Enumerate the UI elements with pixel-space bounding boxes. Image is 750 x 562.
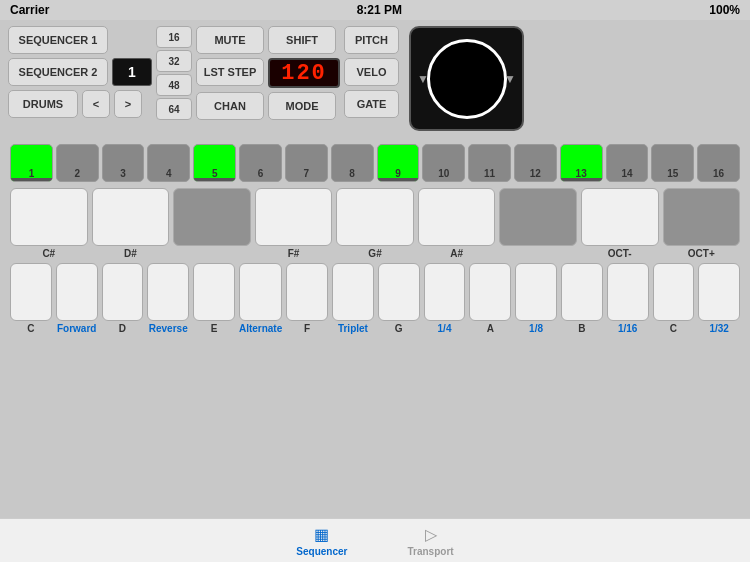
pad-section: C#D#F#G#A#OCT-OCT+ CForwardDReverseEAlte… [8, 188, 742, 334]
bottom-pad-cell-4: E [193, 263, 235, 334]
knob-container[interactable]: ▼ ▼ [409, 26, 524, 131]
sequencer1-button[interactable]: SEQUENCER 1 [8, 26, 108, 54]
bottom-pad-10[interactable] [469, 263, 511, 321]
bottom-pad-label-4: E [211, 323, 218, 334]
right-buttons: PITCH VELO GATE [344, 26, 399, 118]
step-button-16[interactable]: 16 [697, 144, 740, 182]
gate-button[interactable]: GATE [344, 90, 399, 118]
top-pad-label-4: G# [368, 248, 381, 259]
bottom-pad-7[interactable] [332, 263, 374, 321]
num-48-button[interactable]: 48 [156, 74, 192, 96]
knob[interactable] [427, 39, 507, 119]
shift-button[interactable]: SHIFT [268, 26, 336, 54]
bottom-pad-2[interactable] [102, 263, 144, 321]
top-pad-5[interactable] [418, 188, 496, 246]
tab-sequencer[interactable]: ▦ Sequencer [296, 525, 347, 557]
num-32-button[interactable]: 32 [156, 50, 192, 72]
top-pad-0[interactable] [10, 188, 88, 246]
step-button-6[interactable]: 6 [239, 144, 282, 182]
bottom-pad-1[interactable] [56, 263, 98, 321]
velo-button[interactable]: VELO [344, 58, 399, 86]
arrow-right-button[interactable]: > [114, 90, 142, 118]
lst-step-button[interactable]: LST STEP [196, 58, 264, 86]
num-16-button[interactable]: 16 [156, 26, 192, 48]
step-button-15[interactable]: 15 [651, 144, 694, 182]
sequencer-tab-icon: ▦ [314, 525, 329, 544]
top-pad-4[interactable] [336, 188, 414, 246]
bottom-pad-4[interactable] [193, 263, 235, 321]
drums-button[interactable]: DRUMS [8, 90, 78, 118]
bottom-pad-15[interactable] [698, 263, 740, 321]
bottom-pad-0[interactable] [10, 263, 52, 321]
battery-label: 100% [709, 3, 740, 17]
bottom-pad-3[interactable] [147, 263, 189, 321]
top-pad-cell-0: C# [10, 188, 88, 259]
center-controls: MUTE SHIFT LST STEP 120 CHAN MODE [196, 26, 340, 120]
top-pad-cell-4: G# [336, 188, 414, 259]
step-row: 12345678910111213141516 [8, 144, 742, 182]
bottom-pad-9[interactable] [424, 263, 466, 321]
bottom-pad-5[interactable] [239, 263, 282, 321]
step-button-14[interactable]: 14 [606, 144, 649, 182]
chan-button[interactable]: CHAN [196, 92, 264, 120]
step-button-13[interactable]: 13 [560, 144, 603, 182]
step-button-3[interactable]: 3 [102, 144, 145, 182]
top-pad-7[interactable] [581, 188, 659, 246]
bottom-pad-14[interactable] [653, 263, 695, 321]
num-64-button[interactable]: 64 [156, 98, 192, 120]
bottom-pad-cell-9: 1/4 [424, 263, 466, 334]
top-pad-1[interactable] [92, 188, 170, 246]
step-button-8[interactable]: 8 [331, 144, 374, 182]
bottom-pad-cell-6: F [286, 263, 328, 334]
left-controls: SEQUENCER 1 SEQUENCER 2 1 DRUMS < > [8, 26, 152, 118]
step-underline [561, 178, 602, 181]
pitch-button[interactable]: PITCH [344, 26, 399, 54]
step-underline [194, 178, 235, 181]
main-content: SEQUENCER 1 SEQUENCER 2 1 DRUMS < > 16 3… [0, 20, 750, 334]
mute-shift-row: MUTE SHIFT [196, 26, 340, 54]
knob-arrow-left-icon: ▼ [417, 72, 429, 86]
transport-tab-label: Transport [408, 546, 454, 557]
bottom-pad-cell-2: D [102, 263, 144, 334]
step-button-2[interactable]: 2 [56, 144, 99, 182]
knob-arrow-right-icon: ▼ [504, 72, 516, 86]
bottom-pad-label-9: 1/4 [438, 323, 452, 334]
step-button-9[interactable]: 9 [377, 144, 420, 182]
top-pad-6[interactable] [499, 188, 577, 246]
step-underline [378, 178, 419, 181]
bottom-pad-label-3: Reverse [149, 323, 188, 334]
step-button-11[interactable]: 11 [468, 144, 511, 182]
step-button-7[interactable]: 7 [285, 144, 328, 182]
transport-tab-icon: ▷ [425, 525, 437, 544]
top-pad-cell-2 [173, 188, 251, 259]
mode-button[interactable]: MODE [268, 92, 336, 120]
bottom-pad-13[interactable] [607, 263, 649, 321]
tab-transport[interactable]: ▷ Transport [408, 525, 454, 557]
bottom-pad-cell-5: Alternate [239, 263, 282, 334]
bottom-pad-11[interactable] [515, 263, 557, 321]
bottom-pad-8[interactable] [378, 263, 420, 321]
bottom-pad-cell-11: 1/8 [515, 263, 557, 334]
top-pad-label-3: F# [288, 248, 300, 259]
step-button-10[interactable]: 10 [422, 144, 465, 182]
sequencer2-button[interactable]: SEQUENCER 2 [8, 58, 108, 86]
mute-button[interactable]: MUTE [196, 26, 264, 54]
step-button-1[interactable]: 1 [10, 144, 53, 182]
bottom-pad-label-12: B [578, 323, 585, 334]
step-button-4[interactable]: 4 [147, 144, 190, 182]
step-button-5[interactable]: 5 [193, 144, 236, 182]
top-pad-3[interactable] [255, 188, 333, 246]
top-pad-2[interactable] [173, 188, 251, 246]
bottom-pad-cell-10: A [469, 263, 511, 334]
arrow-left-button[interactable]: < [82, 90, 110, 118]
bottom-pad-12[interactable] [561, 263, 603, 321]
bottom-pad-cell-13: 1/16 [607, 263, 649, 334]
top-pad-label-7: OCT- [608, 248, 632, 259]
bottom-pad-label-14: C [670, 323, 677, 334]
bottom-pad-6[interactable] [286, 263, 328, 321]
bottom-pad-label-1: Forward [57, 323, 96, 334]
top-pad-8[interactable] [663, 188, 741, 246]
bottom-pad-label-7: Triplet [338, 323, 368, 334]
bottom-pad-cell-14: C [653, 263, 695, 334]
step-button-12[interactable]: 12 [514, 144, 557, 182]
